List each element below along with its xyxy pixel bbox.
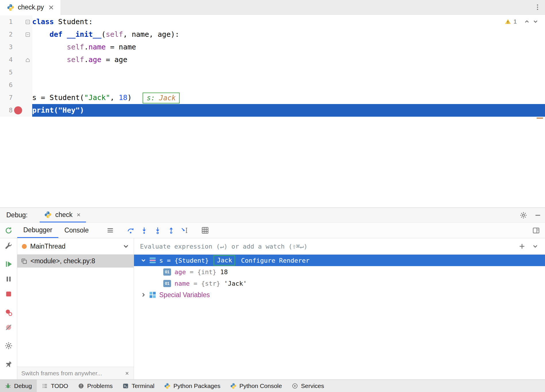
debug-header: Debug: check — [0, 208, 545, 223]
tree-chevron[interactable] — [140, 292, 149, 298]
statusbar-item-problems[interactable]: Problems — [73, 380, 118, 392]
close-icon[interactable] — [124, 371, 130, 376]
line-number[interactable]: 2 — [0, 28, 13, 41]
line-number[interactable]: 8 — [0, 104, 13, 117]
settings-button[interactable] — [1, 338, 16, 353]
fold-open-icon[interactable] — [25, 32, 30, 37]
debug-tool-window: Debug: check Debugger Console — [0, 207, 545, 379]
code-line-5[interactable]: 5 — [0, 66, 545, 79]
variable-type: = {int} — [186, 268, 220, 276]
variable-row-special-variables[interactable]: Special Variables — [134, 289, 545, 301]
frames-icon — [21, 258, 28, 265]
resume-button[interactable] — [1, 257, 16, 272]
code-line-6[interactable]: 6 — [0, 79, 545, 91]
stack-frame-row[interactable]: <module>, check.py:8 — [17, 255, 134, 268]
inspection-widget[interactable]: 1 — [505, 18, 539, 25]
pin-icon — [5, 360, 13, 368]
line-number[interactable]: 1 — [0, 16, 13, 28]
debug-session-tab[interactable]: check — [40, 208, 86, 222]
mute-breakpoints-icon — [5, 323, 13, 331]
line-number[interactable]: 3 — [0, 41, 13, 53]
step-over-button[interactable] — [126, 226, 135, 235]
close-icon[interactable] — [76, 212, 81, 218]
step-out-button[interactable] — [166, 226, 176, 235]
debug-content: MainThread <module>, check.py:8 Switch f… — [0, 238, 545, 379]
statusbar-item-todo[interactable]: TODO — [37, 380, 73, 392]
pin-button[interactable] — [1, 357, 16, 372]
statusbar-item-terminal[interactable]: Terminal — [118, 380, 159, 392]
chevron-down-icon[interactable] — [532, 18, 539, 25]
python-icon — [44, 211, 52, 218]
add-watch-icon[interactable] — [519, 243, 525, 250]
tab-console[interactable]: Console — [58, 223, 95, 238]
code-text[interactable] — [32, 79, 545, 91]
statusbar-item-label: TODO — [51, 383, 68, 389]
gear-icon — [520, 212, 527, 219]
close-icon[interactable] — [47, 4, 55, 11]
code-text[interactable]: s = Student("Jack", 18)s: Jack — [32, 91, 545, 104]
code-line-7[interactable]: 7s = Student("Jack", 18)s: Jack — [0, 91, 545, 104]
error-stripe-mark[interactable] — [537, 118, 543, 119]
hide-panel-button[interactable] — [531, 208, 545, 222]
editor-tab-check-py[interactable]: check.py — [0, 0, 61, 15]
layout-settings-button[interactable] — [532, 223, 540, 238]
evaluate-expression-input[interactable]: Evaluate expression (↵) or add a watch (… — [134, 238, 545, 255]
statusbar-item-services[interactable]: Services — [287, 380, 329, 392]
view-breakpoints-button[interactable] — [1, 305, 16, 320]
code-text[interactable]: class Student: — [32, 16, 545, 28]
breakpoint-dot[interactable] — [14, 106, 22, 114]
line-number[interactable]: 6 — [0, 79, 13, 91]
chevron-up-icon[interactable] — [524, 18, 530, 25]
tree-chevron[interactable] — [140, 257, 149, 264]
rerun-debug-button[interactable] — [0, 223, 17, 238]
thread-selector[interactable]: MainThread — [17, 238, 134, 255]
code-text[interactable] — [32, 66, 545, 79]
code-line-2[interactable]: 2 def __init__(self, name, age): — [0, 28, 545, 41]
rerun-icon — [5, 227, 12, 234]
force-step-into-button[interactable] — [153, 226, 162, 235]
code-text[interactable]: print("Hey") — [32, 104, 545, 117]
debug-settings-button[interactable] — [516, 208, 531, 222]
chevron-down-icon[interactable] — [532, 243, 539, 250]
pause-button[interactable] — [1, 272, 16, 287]
hamburger-button[interactable] — [105, 226, 115, 235]
statusbar-item-python-console[interactable]: Python Console — [225, 380, 287, 392]
code-line-3[interactable]: 3 self.name = name — [0, 41, 545, 53]
mute-breakpoints-button[interactable] — [1, 320, 16, 335]
view-as-table-button[interactable] — [200, 226, 210, 235]
statusbar-item-python-packages[interactable]: Python Packages — [159, 380, 225, 392]
primitive-value-badge: 01 — [163, 268, 171, 276]
line-number[interactable]: 5 — [0, 66, 13, 79]
variable-row-name[interactable]: 01name = {str} 'Jack' — [134, 278, 545, 289]
renderer-value-box[interactable]: Jack — [214, 255, 235, 266]
inline-debugger-hint[interactable]: s: Jack — [143, 93, 180, 103]
code-line-1[interactable]: 1class Student: — [0, 16, 545, 28]
wrench-button[interactable] — [1, 238, 16, 253]
code-line-8[interactable]: 8print("Hey") — [0, 104, 545, 117]
statusbar-item-label: Terminal — [132, 383, 154, 389]
special-variables-icon — [149, 291, 156, 299]
statusbar-item-debug[interactable]: Debug — [0, 380, 37, 392]
gutter: 5 — [0, 66, 32, 79]
code-text[interactable]: def __init__(self, name, age): — [32, 28, 545, 41]
line-number[interactable]: 4 — [0, 53, 13, 66]
editor-options-button[interactable] — [530, 0, 545, 14]
stop-button[interactable] — [1, 287, 16, 301]
tab-debugger[interactable]: Debugger — [17, 223, 58, 238]
configure-renderer-link[interactable]: Configure Renderer — [241, 257, 309, 264]
code-text[interactable]: self.age = age — [32, 53, 545, 66]
step-into-button[interactable] — [139, 226, 149, 235]
fold-open-icon[interactable] — [25, 20, 30, 24]
variable-row-age[interactable]: 01age = {int} 18 — [134, 266, 545, 278]
line-number[interactable]: 7 — [0, 91, 13, 104]
fold-end-icon[interactable] — [25, 57, 30, 62]
run-to-cursor-button[interactable] — [180, 226, 189, 235]
variable-row-s[interactable]: s = {Student} JackConfigure Renderer — [134, 255, 545, 266]
code-line-4[interactable]: 4 self.age = age — [0, 53, 545, 66]
debug-left-toolbar — [0, 238, 17, 379]
debug-icon — [5, 383, 11, 389]
chevron-down-icon[interactable] — [122, 243, 130, 250]
code-text[interactable]: self.name = name — [32, 41, 545, 53]
code-editor[interactable]: 1class Student:2 def __init__(self, name… — [0, 15, 545, 207]
breakpoint-gutter[interactable] — [13, 106, 24, 114]
